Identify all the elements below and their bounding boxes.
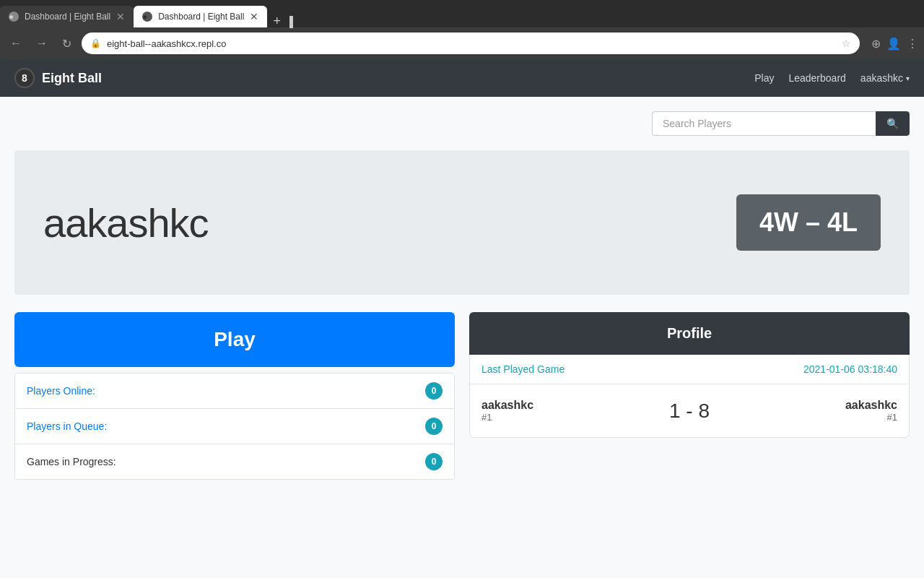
play-button[interactable]: Play bbox=[14, 312, 455, 367]
nav-username: aakashkc bbox=[860, 72, 903, 84]
address-bar[interactable]: 🔒 eight-ball--aakashkcx.repl.co ☆ bbox=[82, 33, 860, 54]
nav-links: Play Leaderboard aakashkc ▾ bbox=[754, 72, 910, 84]
stat-games-progress: Games in Progress: 0 bbox=[15, 444, 454, 479]
stats-list: Players Online: 0 Players in Queue: 0 Ga… bbox=[14, 373, 455, 480]
brand-name: Eight Ball bbox=[42, 71, 102, 86]
browser-toolbar: ← → ↻ 🔒 eight-ball--aakashkcx.repl.co ☆ … bbox=[0, 27, 924, 59]
toolbar-icons: ⊕ 👤 ⋮ bbox=[871, 37, 918, 51]
last-game-header: Last Played Game 2021-01-06 03:18:40 bbox=[470, 355, 909, 384]
hero-banner: aakashkc 4W – 4L bbox=[14, 150, 910, 295]
profile-icon[interactable]: 👤 bbox=[886, 37, 901, 51]
profile-panel: Profile Last Played Game 2021-01-06 03:1… bbox=[469, 312, 910, 480]
tab-1[interactable]: ● Dashboard | Eight Ball ✕ bbox=[0, 6, 134, 27]
bookmark-icon[interactable]: ☆ bbox=[842, 38, 851, 49]
nav-caret-icon: ▾ bbox=[906, 74, 910, 82]
brand-link[interactable]: 8 Eight Ball bbox=[14, 68, 102, 88]
player2-rank: #1 bbox=[887, 412, 897, 423]
forward-button[interactable]: → bbox=[32, 35, 52, 51]
tab-2[interactable]: ● Dashboard | Eight Ball ✕ bbox=[134, 6, 267, 27]
play-panel: Play Players Online: 0 Players in Queue:… bbox=[14, 312, 455, 480]
player1-info: aakashkc #1 bbox=[481, 399, 533, 423]
app-navbar: 8 Eight Ball Play Leaderboard aakashkc ▾ bbox=[0, 59, 924, 97]
nav-leaderboard-link[interactable]: Leaderboard bbox=[788, 72, 845, 84]
tab-close-2[interactable]: ✕ bbox=[250, 11, 258, 22]
stat-progress-label: Games in Progress: bbox=[27, 456, 116, 467]
address-text: eight-ball--aakashkcx.repl.co bbox=[107, 38, 836, 49]
stat-players-queue: Players in Queue: 0 bbox=[15, 409, 454, 444]
tab-close-1[interactable]: ✕ bbox=[116, 11, 125, 22]
profile-body: Last Played Game 2021-01-06 03:18:40 aak… bbox=[469, 355, 910, 438]
search-input[interactable] bbox=[652, 111, 876, 136]
player2-name: aakashkc bbox=[845, 399, 897, 412]
bottom-panels: Play Players Online: 0 Players in Queue:… bbox=[14, 312, 910, 480]
profile-header: Profile bbox=[469, 312, 910, 355]
stat-online-label: Players Online: bbox=[27, 385, 95, 397]
stat-progress-value: 0 bbox=[425, 453, 443, 470]
tab-title-2: Dashboard | Eight Ball bbox=[158, 12, 244, 22]
nav-play-link[interactable]: Play bbox=[754, 72, 774, 84]
tab-title-1: Dashboard | Eight Ball bbox=[25, 12, 110, 22]
game-result: aakashkc #1 1 - 8 aakashkc #1 bbox=[470, 384, 909, 437]
brand-logo: 8 bbox=[14, 68, 35, 88]
hero-username: aakashkc bbox=[43, 199, 209, 246]
tab-favicon-1: ● bbox=[9, 12, 19, 22]
search-group: 🔍 bbox=[652, 111, 910, 136]
nav-user-dropdown[interactable]: aakashkc ▾ bbox=[860, 72, 910, 84]
stat-queue-value: 0 bbox=[425, 418, 443, 435]
player1-name: aakashkc bbox=[481, 399, 533, 412]
extensions-icon[interactable]: ⊕ bbox=[871, 37, 881, 51]
stat-players-online: Players Online: 0 bbox=[15, 374, 454, 409]
last-game-time: 2021-01-06 03:18:40 bbox=[803, 363, 897, 375]
back-button[interactable]: ← bbox=[6, 35, 26, 51]
last-game-label: Last Played Game bbox=[481, 363, 565, 375]
hero-record: 4W – 4L bbox=[736, 194, 881, 251]
main-content: 🔍 aakashkc 4W – 4L Play Players Online: … bbox=[0, 97, 924, 578]
player1-rank: #1 bbox=[481, 412, 533, 423]
cursor-indicator: ▌ bbox=[287, 16, 300, 27]
search-row: 🔍 bbox=[14, 111, 910, 136]
stat-online-value: 0 bbox=[425, 382, 443, 400]
stat-queue-label: Players in Queue: bbox=[27, 420, 107, 432]
game-score: 1 - 8 bbox=[669, 400, 710, 423]
menu-icon[interactable]: ⋮ bbox=[907, 37, 918, 51]
browser-tabs: ● Dashboard | Eight Ball ✕ ● Dashboard |… bbox=[0, 0, 924, 27]
tab-favicon-2: ● bbox=[142, 12, 152, 22]
new-tab-button[interactable]: + bbox=[267, 14, 287, 27]
player2-info: aakashkc #1 bbox=[845, 399, 897, 423]
reload-button[interactable]: ↻ bbox=[58, 35, 76, 52]
search-button[interactable]: 🔍 bbox=[876, 111, 910, 136]
lock-icon: 🔒 bbox=[90, 38, 101, 48]
browser-chrome: ● Dashboard | Eight Ball ✕ ● Dashboard |… bbox=[0, 0, 924, 59]
